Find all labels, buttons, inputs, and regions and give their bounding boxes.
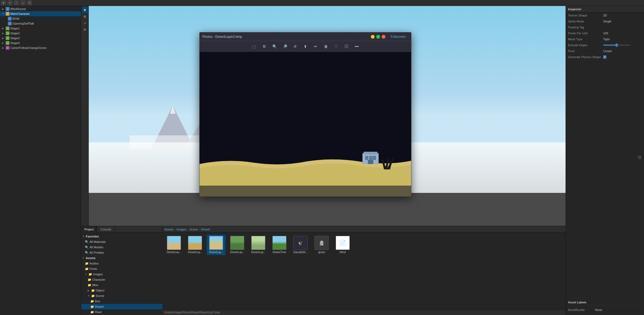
scene-tool-hand[interactable]: ✥ bbox=[82, 7, 88, 13]
asset-item-desertlay5[interactable]: DesertLay... bbox=[249, 235, 268, 255]
sidebar-bus[interactable]: 📁 Bus bbox=[81, 299, 162, 304]
adjust-button[interactable]: ⧉ bbox=[260, 42, 268, 51]
sidebar-all-prefabs[interactable]: 🔍 All Prefabs bbox=[81, 250, 162, 255]
cam-icon: ⊙ bbox=[6, 46, 9, 50]
breadcrumb-desert[interactable]: Desert bbox=[201, 228, 210, 231]
hierarchy-item-maincharacter[interactable]: ▼ ☺ MainCharacter bbox=[0, 11, 81, 16]
inspector-row-packing-tag[interactable]: Packing Tag bbox=[566, 24, 644, 30]
hierarchy-label: Stage2 bbox=[10, 32, 20, 35]
sidebar-audios[interactable]: 📁 Audios bbox=[81, 261, 162, 266]
asset-item-wind[interactable]: 📄 Wind bbox=[333, 235, 352, 255]
sidebar-character[interactable]: 📁 Character bbox=[81, 277, 162, 282]
scene-left-toolbar: ✥ ⊞ ▭ ⊕ bbox=[81, 6, 89, 226]
zoom-in-button[interactable]: 🔍 bbox=[270, 42, 279, 51]
toolbar-rotate[interactable]: ↻ bbox=[8, 1, 12, 5]
hierarchy-item-stage3[interactable]: ▶ ⬡ Stage3 bbox=[0, 36, 81, 41]
breadcrumb-images[interactable]: Images bbox=[177, 228, 186, 231]
inspector-row-pivot[interactable]: Pivot Center bbox=[566, 48, 644, 54]
breadcrumb: Assets › Images › Scene › Desert bbox=[162, 226, 566, 233]
scene-tool-rect[interactable]: ▭ bbox=[82, 20, 88, 26]
inspector-row-sprite-mode[interactable]: Sprite Mode Single bbox=[566, 18, 644, 24]
sidebar-images[interactable]: ▼ 📁 Images bbox=[81, 272, 162, 277]
hierarchy-tree: ▶ ♪ WindSound ▼ ☺ MainCharacter ♪ BGM ♪ … bbox=[0, 6, 81, 315]
hierarchy-item-stage1[interactable]: ▶ ⬡ Stage1 bbox=[0, 26, 81, 31]
sidebar-scene[interactable]: ▼ 📁 Scene bbox=[81, 293, 162, 299]
fonts-label: Fonts bbox=[90, 267, 97, 270]
trash-button[interactable]: 🗑 bbox=[322, 42, 330, 51]
more-button[interactable]: ••• bbox=[353, 42, 361, 51]
scene-icon: ⬡ bbox=[6, 26, 9, 30]
sidebar-all-materials[interactable]: 🔍 All Materials bbox=[81, 239, 162, 244]
zoom-out-button[interactable]: 🔎 bbox=[281, 42, 289, 51]
sidebar-all-models[interactable]: 🔍 All Models bbox=[81, 244, 162, 250]
sidebar-misc[interactable]: 📁 Misc bbox=[81, 282, 162, 288]
hierarchy-item-windsound[interactable]: ▶ ♪ WindSound bbox=[0, 6, 81, 11]
thumb-img bbox=[188, 236, 202, 250]
inspector-label: Pivot bbox=[568, 49, 603, 53]
creature-svg bbox=[381, 159, 395, 169]
creature-figure bbox=[381, 159, 395, 169]
toolbar-hand[interactable]: ☰ bbox=[27, 1, 32, 5]
tab-bar: Project Console bbox=[81, 226, 162, 233]
share-button[interactable]: ⬆ bbox=[301, 42, 309, 51]
asset-label: DesertTree bbox=[273, 251, 286, 254]
scene-tool-pin[interactable]: ⊕ bbox=[82, 26, 88, 32]
hierarchy-item-openingselftalk[interactable]: ♪ OpeningSelfTalk bbox=[0, 21, 81, 26]
asset-item-desertlay2[interactable]: DesertLay... bbox=[186, 235, 204, 255]
hierarchy-item-camerafollow[interactable]: ▶ ⊙ CamerFollowChangeZones bbox=[0, 45, 81, 50]
arrow-icon: ▶ bbox=[2, 32, 5, 35]
asset-bundle-row[interactable]: AssetBundle None bbox=[568, 307, 642, 313]
crop-button[interactable]: ⬚ bbox=[250, 42, 258, 51]
sidebar-fonts[interactable]: 📁 Fonts bbox=[81, 266, 162, 272]
inspector-row-mesh-type[interactable]: Mesh Type Tight bbox=[566, 36, 644, 42]
tab-project[interactable]: Project bbox=[81, 226, 97, 233]
toolbar-rect[interactable]: ▭ bbox=[21, 1, 25, 5]
asset-item-desertlay1[interactable]: DesertLay... bbox=[164, 235, 183, 255]
breadcrumb-sep1: › bbox=[174, 228, 176, 231]
arrow-icon: ▶ bbox=[88, 289, 90, 292]
inspector-row-texture-shape[interactable]: Texture Shape 2D bbox=[566, 12, 644, 18]
asset-item-desertlay3[interactable]: DesertLay... bbox=[207, 235, 226, 255]
fullscreen-button[interactable]: Fullscreen bbox=[388, 34, 408, 40]
window-maximize-button[interactable] bbox=[376, 35, 380, 39]
edit-button[interactable]: ✏ bbox=[312, 42, 320, 51]
asset-item-desertlay4[interactable]: DesertLay... bbox=[228, 235, 247, 255]
hierarchy-item-stage4[interactable]: ▶ ⬡ Stage4 bbox=[0, 41, 81, 45]
folder-icon: 📁 bbox=[85, 267, 89, 271]
inspector-panel: Inspector Texture Shape 2D Sprite Mode S… bbox=[566, 6, 644, 315]
tab-console[interactable]: Console bbox=[97, 226, 115, 233]
inspector-row-generate-physics[interactable]: Generate Physics Shape ✓ bbox=[566, 54, 644, 60]
sidebar-object[interactable]: ▶ 📁 Object bbox=[81, 288, 162, 293]
toolbar-move[interactable]: ✥ bbox=[1, 1, 6, 5]
rotate-left-button[interactable]: ↺ bbox=[291, 42, 299, 51]
scene-tool-move[interactable]: ⊞ bbox=[82, 14, 88, 19]
generate-physics-checkbox[interactable]: ✓ bbox=[603, 55, 606, 59]
inspector-row-extrude-edges[interactable]: Extrude Edges bbox=[566, 42, 644, 48]
breadcrumb-assets[interactable]: Assets bbox=[164, 228, 173, 231]
thumb-img bbox=[210, 236, 223, 249]
sidebar-favorites[interactable]: ▼ Favorites bbox=[81, 234, 162, 239]
misc-label: Misc bbox=[92, 283, 98, 287]
window-minimize-button[interactable] bbox=[371, 35, 375, 39]
extrude-edges-slider[interactable] bbox=[603, 45, 630, 46]
folder-icon: 📁 bbox=[90, 300, 94, 303]
sidebar-river[interactable]: 📁 River bbox=[81, 309, 162, 315]
photo-viewer: Photos - DesertLayer2.bmp Fullscreen ⬚ ⧉… bbox=[199, 32, 411, 197]
sidebar-desert[interactable]: 📁 Desert bbox=[81, 304, 162, 309]
info-button[interactable]: ⓘ bbox=[342, 42, 351, 51]
asset-item-grave[interactable]: 🪦 grave bbox=[312, 235, 331, 255]
hierarchy-label: BGM bbox=[12, 17, 19, 20]
settings-gear-icon[interactable]: ⚙ bbox=[638, 155, 642, 160]
toolbar-scale[interactable]: ⤢ bbox=[14, 1, 19, 5]
favorite-button[interactable]: ♡ bbox=[332, 42, 340, 51]
window-close-button[interactable] bbox=[382, 35, 385, 39]
hierarchy-item-bgm[interactable]: ♪ BGM bbox=[0, 16, 81, 21]
favorites-label: Favorites bbox=[86, 235, 99, 238]
hierarchy-item-stage2[interactable]: ▶ ⬡ Stage2 bbox=[0, 31, 81, 36]
sidebar-assets[interactable]: ▼ Assets bbox=[81, 255, 162, 261]
asset-grid-panel: Assets › Images › Scene › Desert DesertL… bbox=[162, 226, 566, 315]
inspector-row-pixels-per-unit[interactable]: Pixels Per Unit 100 bbox=[566, 30, 644, 36]
breadcrumb-scene[interactable]: Scene bbox=[189, 228, 198, 231]
asset-item-garudash[interactable]: 🦅 GarudaSh... bbox=[291, 235, 310, 255]
asset-item-deserttree[interactable]: DesertTree bbox=[270, 235, 289, 255]
